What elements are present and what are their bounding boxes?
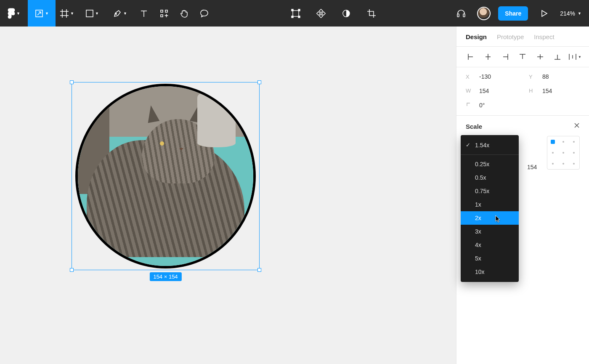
scale-option[interactable]: 1x xyxy=(461,198,519,211)
y-field[interactable]: Y 88 xyxy=(529,73,575,80)
close-icon xyxy=(574,122,580,128)
chevron-down-icon: ▼ xyxy=(70,11,74,16)
scale-option[interactable]: 5x xyxy=(461,252,519,265)
frame-icon xyxy=(60,9,69,18)
selection-box[interactable]: 154 × 154 xyxy=(72,82,260,270)
edit-object-icon xyxy=(291,9,300,18)
w-label: W xyxy=(466,88,472,94)
resize-handle-tr[interactable] xyxy=(257,80,261,84)
resize-handle-bl[interactable] xyxy=(70,268,74,272)
resources-button[interactable] xyxy=(154,0,174,27)
scale-tool-button[interactable]: ▼ xyxy=(28,0,56,27)
panel-tabs: Design Prototype Inspect xyxy=(456,27,589,47)
rotation-value: 0° xyxy=(479,102,485,109)
align-left-button[interactable] xyxy=(463,51,478,63)
scale-tool-icon xyxy=(34,9,44,18)
scale-option[interactable]: 4x xyxy=(461,238,519,252)
svg-rect-16 xyxy=(292,9,293,11)
zoom-control[interactable]: 214% ▼ xyxy=(560,10,581,17)
svg-rect-26 xyxy=(463,14,465,17)
scale-dimension-value[interactable]: 154 xyxy=(527,136,537,170)
pen-tool-button[interactable]: ▼ xyxy=(106,0,134,27)
scale-option[interactable]: 10x xyxy=(461,265,519,279)
zoom-value: 214% xyxy=(560,10,575,17)
x-field[interactable]: X -130 xyxy=(466,73,512,80)
canvas[interactable]: 154 × 154 xyxy=(0,27,456,364)
anchor-top-left[interactable] xyxy=(551,140,555,144)
figma-logo-icon xyxy=(8,8,15,19)
svg-rect-21 xyxy=(319,14,323,17)
chevron-down-icon: ▼ xyxy=(123,11,127,16)
share-button[interactable]: Share xyxy=(498,6,528,21)
svg-rect-10 xyxy=(161,10,163,12)
anchor-grid[interactable] xyxy=(547,136,580,170)
main-menu-button[interactable]: ▼ xyxy=(0,0,28,27)
anchor-middle-left[interactable] xyxy=(552,152,554,154)
component-icon xyxy=(316,9,326,18)
shape-tool-button[interactable]: ▼ xyxy=(78,0,106,27)
scale-dropdown[interactable]: 1.54x 0.25x 0.5x 0.75x 1x 2x 3x 4x 5x 10… xyxy=(461,135,519,282)
scale-option-current[interactable]: 1.54x xyxy=(461,138,519,152)
scale-option[interactable]: 0.75x xyxy=(461,184,519,198)
w-field[interactable]: W 154 xyxy=(466,88,512,94)
svg-point-7 xyxy=(116,13,117,14)
resize-handle-br[interactable] xyxy=(257,268,261,272)
x-value: -130 xyxy=(479,73,491,80)
text-tool-button[interactable] xyxy=(134,0,154,27)
svg-rect-15 xyxy=(293,11,299,16)
align-right-button[interactable] xyxy=(498,51,513,63)
selected-image[interactable] xyxy=(75,84,256,268)
right-panel: Design Prototype Inspect ▼ X -130 Y 88 xyxy=(456,27,589,364)
audio-button[interactable] xyxy=(453,0,470,27)
scale-option-highlighted[interactable]: 2x xyxy=(461,211,519,225)
h-label: H xyxy=(529,88,535,94)
create-component-button[interactable] xyxy=(313,0,329,27)
hand-tool-button[interactable] xyxy=(174,0,194,27)
align-top-button[interactable] xyxy=(515,51,530,63)
svg-rect-19 xyxy=(298,16,300,18)
present-button[interactable] xyxy=(536,0,552,27)
toolbar-left-group: ▼ ▼ ▼ ▼ ▼ xyxy=(0,0,215,27)
anchor-bottom-center[interactable] xyxy=(562,163,564,165)
tab-design[interactable]: Design xyxy=(466,33,487,40)
anchor-middle-right[interactable] xyxy=(573,152,575,154)
text-icon xyxy=(140,9,148,18)
scale-option[interactable]: 0.25x xyxy=(461,157,519,171)
align-bottom-button[interactable] xyxy=(550,51,565,63)
h-value: 154 xyxy=(542,88,552,94)
mask-button[interactable] xyxy=(338,0,355,27)
crop-button[interactable] xyxy=(363,0,380,27)
close-scale-button[interactable] xyxy=(574,122,580,130)
rotation-icon xyxy=(466,101,472,109)
tab-prototype[interactable]: Prototype xyxy=(497,33,524,40)
toolbar-center-group xyxy=(215,0,453,27)
distribute-button[interactable]: ▼ xyxy=(567,51,582,63)
rotation-field[interactable]: 0° xyxy=(466,101,512,109)
svg-rect-11 xyxy=(165,10,167,12)
toolbar-right-group: Share 214% ▼ xyxy=(453,0,589,27)
align-vcenter-button[interactable] xyxy=(533,51,548,63)
h-field[interactable]: H 154 xyxy=(529,88,575,94)
dimensions-badge: 154 × 154 xyxy=(149,272,181,281)
pen-icon xyxy=(113,9,122,18)
anchor-top-center[interactable] xyxy=(562,141,564,143)
resources-icon xyxy=(160,9,168,18)
comment-tool-button[interactable] xyxy=(194,0,215,27)
anchor-top-right[interactable] xyxy=(573,141,575,143)
play-icon xyxy=(540,10,548,17)
anchor-bottom-right[interactable] xyxy=(573,163,575,165)
user-avatar[interactable] xyxy=(477,7,491,20)
scale-option[interactable]: 3x xyxy=(461,225,519,238)
svg-rect-20 xyxy=(319,9,323,12)
svg-rect-23 xyxy=(322,11,325,15)
anchor-bottom-left[interactable] xyxy=(552,163,554,165)
frame-tool-button[interactable]: ▼ xyxy=(56,0,78,27)
comment-icon xyxy=(200,9,209,18)
w-value: 154 xyxy=(479,88,489,94)
anchor-middle-center[interactable] xyxy=(562,152,564,154)
edit-object-button[interactable] xyxy=(287,0,304,27)
tab-inspect[interactable]: Inspect xyxy=(534,33,554,40)
align-hcenter-button[interactable] xyxy=(480,51,496,63)
scale-option[interactable]: 0.5x xyxy=(461,171,519,184)
resize-handle-tl[interactable] xyxy=(70,80,74,84)
